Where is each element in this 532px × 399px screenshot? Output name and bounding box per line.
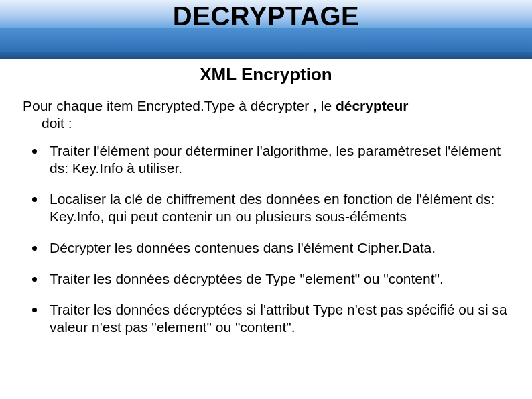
slide-content: Pour chaque item Encrypted.Type à décryp…	[0, 85, 532, 337]
intro-paragraph: Pour chaque item Encrypted.Type à décryp…	[23, 97, 509, 133]
list-item: Décrypter les données contenues dans l'é…	[32, 239, 509, 257]
bullet-list: Traiter l'élément pour déterminer l'algo…	[23, 142, 509, 337]
list-item: Traiter les données décryptées si l'attr…	[32, 301, 509, 337]
bullet-text: Localiser la clé de chiffrement des donn…	[50, 191, 494, 224]
intro-bold: décrypteur	[336, 98, 409, 113]
bullet-text: Décrypter les données contenues dans l'é…	[50, 240, 436, 255]
slide-title: DECRYPTAGE	[0, 1, 532, 32]
intro-text-1: Pour chaque item Encrypted.Type à décryp…	[23, 98, 336, 113]
slide: DECRYPTAGE XML Encryption Pour chaque it…	[0, 0, 532, 399]
bullet-text: Traiter l'élément pour déterminer l'algo…	[50, 143, 501, 176]
list-item: Traiter les données décryptées de Type "…	[32, 270, 509, 288]
intro-text-2: doit :	[23, 115, 72, 131]
title-band: DECRYPTAGE	[0, 0, 532, 59]
bullet-text: Traiter les données décryptées de Type "…	[50, 271, 444, 286]
list-item: Traiter l'élément pour déterminer l'algo…	[32, 142, 509, 178]
list-item: Localiser la clé de chiffrement des donn…	[32, 190, 509, 226]
title-band-bot	[0, 52, 532, 59]
slide-subtitle: XML Encryption	[0, 64, 532, 85]
title-band-mid	[0, 28, 532, 52]
bullet-text: Traiter les données décryptées si l'attr…	[50, 302, 507, 335]
